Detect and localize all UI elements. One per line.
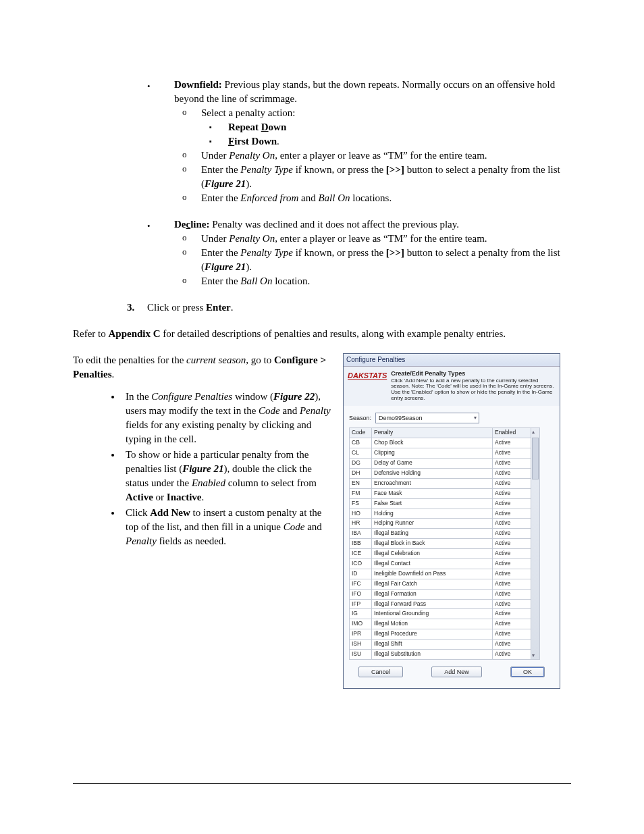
bullet-marker: • xyxy=(147,78,174,205)
refer-paragraph: Refer to Appendix C for detailed descrip… xyxy=(73,327,571,341)
table-row[interactable]: IGIntentional GroundingActive xyxy=(350,609,531,619)
bullet-decline: • Decline: Penalty was declined and it d… xyxy=(147,217,571,288)
table-row[interactable]: IFCIllegal Fair CatchActive xyxy=(350,579,531,589)
circle-marker: o xyxy=(174,246,201,274)
edit-bullet-3: Click Add New to insert a custom penalty… xyxy=(122,506,333,548)
table-row[interactable]: IPRIllegal ProcedureActive xyxy=(350,629,531,640)
dakstats-logo: DAKSTATS xyxy=(348,369,387,402)
table-row[interactable]: ENEncroachmentActive xyxy=(350,478,531,488)
table-row[interactable]: HOHoldingActive xyxy=(350,509,531,519)
table-row[interactable]: IFOIllegal FormationActive xyxy=(350,589,531,599)
table-row[interactable]: IDIneligible Downfield on PassActive xyxy=(350,569,531,579)
table-row[interactable]: CBChop BlockActive xyxy=(350,438,531,448)
table-row[interactable]: IBAIllegal BattingActive xyxy=(350,529,531,539)
table-row[interactable]: IBBIllegal Block in BackActive xyxy=(350,539,531,549)
col-penalty[interactable]: Penalty xyxy=(372,428,493,438)
season-label: Season: xyxy=(349,414,371,423)
square-marker: ▪ xyxy=(201,134,228,149)
table-row[interactable]: CLClippingActive xyxy=(350,448,531,459)
edit-section: To edit the penalties for the current se… xyxy=(73,353,571,689)
circle-marker: o xyxy=(174,149,201,163)
table-row[interactable]: ICOIllegal ContactActive xyxy=(350,558,531,569)
circle-marker: o xyxy=(174,191,201,205)
circle-marker: o xyxy=(174,106,201,120)
table-row[interactable]: HRHelping RunnerActive xyxy=(350,519,531,529)
season-dropdown[interactable]: Demo99Season xyxy=(375,413,479,424)
edit-bullets: In the Configure Penalties window (Figur… xyxy=(73,390,333,548)
table-row[interactable]: FSFalse StartActive xyxy=(350,498,531,509)
scrollbar-thumb[interactable] xyxy=(532,438,539,479)
configure-penalties-dialog: Configure Penalties DAKSTATS Create/Edit… xyxy=(343,353,560,689)
body-text: • Downfield: Previous play stands, but t… xyxy=(147,78,571,689)
bullet-downfield: • Downfield: Previous play stands, but t… xyxy=(147,78,571,205)
cancel-button[interactable]: Cancel xyxy=(358,667,403,678)
table-row[interactable]: ICEIllegal CelebrationActive xyxy=(350,549,531,559)
col-enabled[interactable]: Enabled xyxy=(493,428,531,438)
downfield-label: Downfield: xyxy=(174,79,222,90)
table-row[interactable]: ISUIllegal SubstitutionActive xyxy=(350,649,531,659)
downfield-desc: Previous play stands, but the down repea… xyxy=(174,79,555,104)
square-marker: ▪ xyxy=(201,120,228,134)
ok-button[interactable]: OK xyxy=(510,667,545,678)
add-new-button[interactable]: Add New xyxy=(431,667,482,678)
dialog-subtitle: Create/Edit Penalty Types xyxy=(391,369,556,378)
table-row[interactable]: DGDelay of GameActive xyxy=(350,459,531,469)
edit-text-column: To edit the penalties for the current se… xyxy=(73,353,343,689)
circle-marker: o xyxy=(174,163,201,191)
circle-marker: o xyxy=(174,274,201,288)
col-code[interactable]: Code xyxy=(350,428,372,438)
figure-22-column: Configure Penalties DAKSTATS Create/Edit… xyxy=(343,353,571,689)
table-row[interactable]: FMFace MaskActive xyxy=(350,488,531,498)
table-row[interactable]: DHDefensive HoldingActive xyxy=(350,468,531,478)
decline-desc: Penalty was declined and it does not aff… xyxy=(210,219,459,230)
document-page: • Downfield: Previous play stands, but t… xyxy=(0,0,644,834)
footer-rule xyxy=(73,783,571,784)
table-row[interactable]: IFPIllegal Forward PassActive xyxy=(350,599,531,609)
table-row[interactable]: IMOIllegal MotionActive xyxy=(350,619,531,629)
step-3: 3. Click or press Enter. xyxy=(73,301,571,315)
downfield-sub1: Select a penalty action: xyxy=(201,106,571,120)
table-row[interactable]: ISHIllegal ShiftActive xyxy=(350,640,531,650)
scrollbar[interactable] xyxy=(531,427,540,659)
edit-bullet-1: In the Configure Penalties window (Figur… xyxy=(122,390,333,446)
edit-bullet-2: To show or hide a particular penalty fro… xyxy=(122,448,333,504)
dialog-title: Configure Penalties xyxy=(344,354,560,367)
penalties-table[interactable]: Code Penalty Enabled CBChop BlockActiveC… xyxy=(349,427,531,659)
dialog-note: Click 'Add New' to add a new penalty to … xyxy=(391,378,556,402)
bullet-marker: • xyxy=(147,217,174,288)
edit-intro: To edit the penalties for the current se… xyxy=(73,353,333,382)
circle-marker: o xyxy=(174,232,201,246)
